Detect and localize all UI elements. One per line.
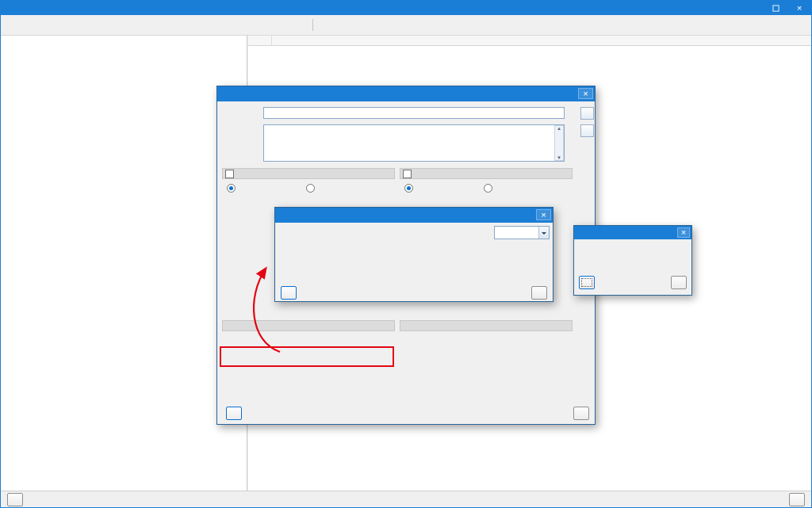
maximize-icon[interactable] [764, 1, 787, 15]
add-element-icon[interactable] [253, 18, 267, 32]
move-down-icon[interactable] [331, 18, 345, 32]
toolbar-separator [312, 19, 313, 31]
air-distribution-section-header [222, 320, 395, 331]
back-arrow-icon[interactable] [537, 252, 550, 265]
cooling-tables-radio[interactable] [306, 184, 315, 193]
descricao-scrollbar[interactable]: ▲▼ [554, 125, 564, 161]
library-tree [1, 36, 247, 491]
referencia-input[interactable] [263, 107, 565, 119]
fancoil-dialog-titlebar: × [217, 86, 595, 101]
heating-section-header [400, 168, 573, 179]
acoustic-data-dialog: × [274, 207, 553, 302]
fan-dialog-titlebar: × [574, 226, 691, 239]
edit-element-icon[interactable] [267, 18, 282, 32]
descricao-input[interactable] [263, 124, 565, 162]
search-icon[interactable] [6, 18, 20, 32]
cooling-section-header [222, 168, 395, 179]
window-bottom-bar [1, 491, 811, 507]
combo-arrow-icon[interactable] [538, 227, 549, 239]
heating-tables-radio[interactable] [484, 184, 492, 193]
scroll-up-icon[interactable]: ▲ [557, 126, 561, 131]
list-header [248, 36, 811, 46]
close-icon[interactable]: × [677, 227, 690, 238]
cooling-checkbox[interactable] [225, 170, 234, 178]
fan-cancel-button[interactable] [671, 276, 687, 289]
close-icon[interactable]: × [787, 1, 811, 15]
dimensions-section-header [400, 320, 573, 331]
copy-element-icon[interactable] [282, 18, 296, 32]
close-icon[interactable]: × [578, 88, 593, 99]
acoustic-dialog-titlebar: × [275, 208, 553, 223]
back-arrow-icon[interactable] [792, 18, 806, 32]
acoustic-accept-button[interactable] [281, 286, 297, 300]
referencia-library-button[interactable] [580, 107, 594, 120]
cancel-button[interactable] [789, 493, 805, 506]
close-icon[interactable]: × [536, 209, 551, 220]
app-window: × × ▲▼ [0, 0, 812, 508]
heating-checkbox[interactable] [403, 170, 412, 178]
accept-button[interactable] [7, 493, 23, 506]
fancoil-accept-button[interactable] [226, 407, 242, 420]
delete-element-icon[interactable] [296, 18, 310, 32]
list-header-referencia[interactable] [272, 36, 278, 45]
fan-accept-button[interactable] [579, 276, 595, 289]
acoustic-cancel-button[interactable] [531, 286, 547, 300]
descricao-library-button[interactable] [580, 124, 594, 137]
collapse-all-icon[interactable] [25, 18, 39, 32]
fan-type-dialog: × [573, 225, 692, 296]
list-header-spacer [248, 36, 272, 45]
heating-workpoint-radio[interactable] [404, 184, 413, 193]
scroll-down-icon[interactable]: ▼ [557, 155, 561, 160]
move-up-icon[interactable] [316, 18, 331, 32]
fancoil-cancel-button[interactable] [573, 407, 589, 420]
window-titlebar: × [1, 1, 811, 15]
cooling-workpoint-radio[interactable] [227, 184, 236, 193]
sound-power-select[interactable] [494, 226, 550, 239]
window-controls: × [764, 1, 811, 15]
expand-all-icon[interactable] [40, 18, 55, 32]
toolbar [1, 15, 811, 36]
